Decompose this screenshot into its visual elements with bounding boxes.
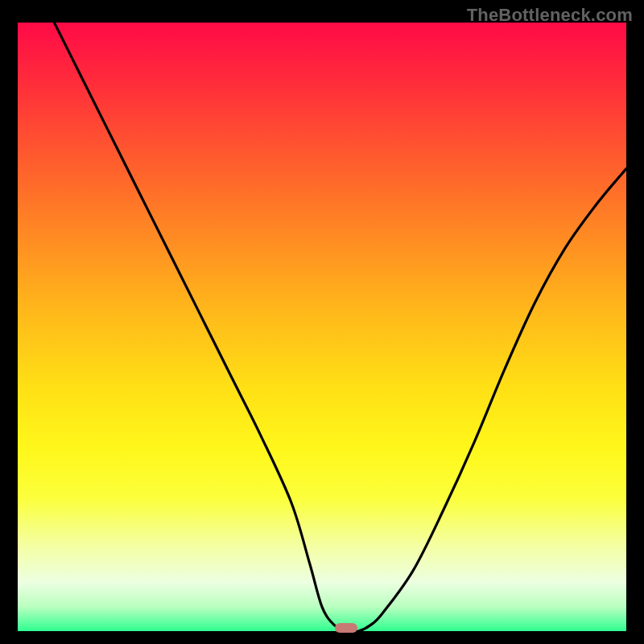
watermark-text: TheBottleneck.com [467, 5, 633, 26]
chart-frame: TheBottleneck.com [0, 0, 644, 644]
plot-area [18, 23, 626, 631]
optimum-marker [335, 623, 357, 633]
curve-svg [18, 23, 626, 631]
bottleneck-curve [54, 23, 626, 631]
